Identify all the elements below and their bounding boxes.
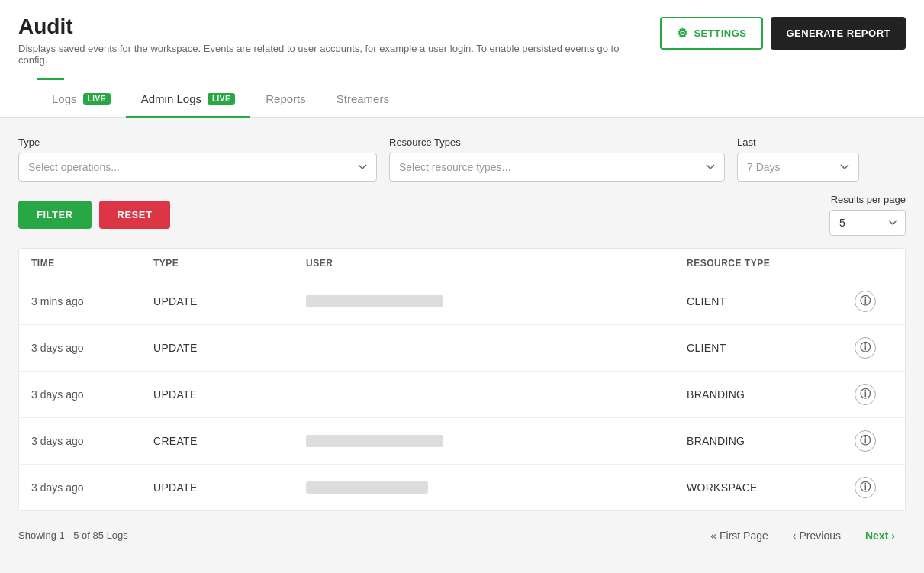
admin-logs-live-badge: LIVE (208, 93, 235, 105)
table-footer: Showing 1 - 5 of 85 Logs « First Page ‹ … (18, 511, 906, 548)
pagination: « First Page ‹ Previous Next › (700, 523, 906, 548)
tab-reports[interactable]: Reports (250, 80, 321, 118)
row5-user (306, 481, 687, 494)
tab-admin-logs-label: Admin Logs (141, 92, 201, 105)
table-row: 3 days ago UPDATE BRANDING ⓘ (19, 372, 905, 418)
col-actions (855, 258, 893, 269)
row4-resource: BRANDING (687, 435, 855, 447)
first-page-button[interactable]: « First Page (700, 523, 779, 548)
header-top: Audit Displays saved events for the work… (18, 14, 906, 78)
row3-info: ⓘ (855, 384, 893, 405)
col-type: TYPE (153, 258, 306, 269)
row3-time: 3 days ago (31, 388, 153, 401)
info-button[interactable]: ⓘ (855, 337, 876, 359)
row2-info: ⓘ (855, 337, 893, 359)
main-content: Type Select operations... Resource Types… (0, 118, 924, 566)
tabs-container: Logs LIVE Admin Logs LIVE Reports Stream… (18, 80, 906, 117)
user-placeholder (306, 435, 443, 447)
header: Audit Displays saved events for the work… (0, 0, 924, 118)
first-page-label: First Page (720, 530, 768, 542)
user-placeholder (306, 295, 443, 307)
row4-user (306, 435, 687, 447)
header-actions: ⚙ SETTINGS GENERATE REPORT (660, 17, 906, 50)
page-title: Audit (18, 14, 644, 40)
previous-label: Previous (800, 530, 841, 542)
row5-type: UPDATE (153, 481, 306, 494)
page-description: Displays saved events for the workspace.… (18, 43, 644, 66)
generate-report-button[interactable]: GENERATE REPORT (771, 17, 906, 50)
table-row: 3 days ago CREATE BRANDING ⓘ (19, 418, 905, 465)
row4-info: ⓘ (855, 430, 893, 452)
last-label: Last (737, 137, 859, 148)
showing-text: Showing 1 - 5 of 85 Logs (18, 530, 128, 541)
page-container: Audit Displays saved events for the work… (0, 0, 924, 573)
row1-resource: CLIENT (687, 295, 855, 307)
previous-button[interactable]: ‹ Previous (782, 523, 852, 548)
table-row: 3 days ago UPDATE CLIENT ⓘ (19, 325, 905, 372)
first-page-chevron: « (710, 530, 716, 542)
settings-label: SETTINGS (694, 27, 746, 39)
info-button[interactable]: ⓘ (855, 291, 876, 312)
row4-type: CREATE (153, 435, 306, 447)
row4-time: 3 days ago (31, 435, 153, 447)
filter-button[interactable]: FILTER (18, 201, 92, 229)
logs-live-badge: LIVE (83, 93, 111, 105)
col-time: TIME (31, 258, 153, 269)
previous-chevron: ‹ (793, 530, 797, 542)
rpp-label: Results per page (831, 194, 906, 205)
reset-button[interactable]: RESET (99, 201, 171, 229)
row5-info: ⓘ (855, 477, 893, 498)
results-per-page-group: Results per page 5 10 25 50 (829, 194, 906, 236)
settings-button[interactable]: ⚙ SETTINGS (660, 17, 764, 50)
next-button[interactable]: Next › (855, 523, 906, 548)
next-chevron: › (891, 530, 895, 542)
row5-time: 3 days ago (31, 481, 153, 494)
tab-streamers[interactable]: Streamers (321, 80, 404, 118)
info-button[interactable]: ⓘ (855, 477, 876, 498)
row2-resource: CLIENT (687, 342, 855, 354)
row1-type: UPDATE (153, 295, 306, 307)
table-row: 3 mins ago UPDATE CLIENT ⓘ (19, 278, 905, 325)
table-header: TIME TYPE USER RESOURCE TYPE (19, 249, 905, 278)
logs-table: TIME TYPE USER RESOURCE TYPE 3 mins ago … (18, 248, 906, 511)
resource-label: Resource Types (389, 137, 725, 148)
row1-user (306, 295, 687, 307)
generate-label: GENERATE REPORT (786, 27, 890, 39)
info-button[interactable]: ⓘ (855, 384, 876, 405)
tab-logs[interactable]: Logs LIVE (37, 80, 126, 118)
row1-info: ⓘ (855, 291, 893, 312)
col-user: USER (306, 258, 687, 269)
next-label: Next (865, 530, 888, 542)
type-filter-group: Type Select operations... (18, 137, 377, 182)
row2-time: 3 days ago (31, 342, 153, 354)
resource-select[interactable]: Select resource types... (389, 153, 725, 182)
gear-icon: ⚙ (677, 26, 688, 40)
type-label: Type (18, 137, 377, 148)
col-resource: RESOURCE TYPE (687, 258, 855, 269)
row3-type: UPDATE (153, 388, 306, 401)
rpp-select[interactable]: 5 10 25 50 (829, 210, 906, 236)
row5-resource: WORKSPACE (687, 481, 855, 494)
title-area: Audit Displays saved events for the work… (18, 14, 644, 66)
info-button[interactable]: ⓘ (855, 430, 876, 452)
tab-streamers-label: Streamers (336, 92, 389, 105)
tab-admin-logs[interactable]: Admin Logs LIVE (126, 80, 250, 118)
table-row: 3 days ago UPDATE WORKSPACE ⓘ (19, 465, 905, 510)
row1-time: 3 mins ago (31, 295, 153, 307)
last-filter-group: Last 7 Days 1 Day 30 Days 90 Days (737, 137, 859, 182)
row3-resource: BRANDING (687, 388, 855, 401)
filter-actions: FILTER RESET Results per page 5 10 25 50 (18, 194, 906, 236)
user-placeholder (306, 481, 428, 494)
resource-filter-group: Resource Types Select resource types... (389, 137, 725, 182)
row2-type: UPDATE (153, 342, 306, 354)
last-select[interactable]: 7 Days 1 Day 30 Days 90 Days (737, 153, 859, 182)
type-select[interactable]: Select operations... (18, 153, 377, 182)
filter-buttons: FILTER RESET (18, 201, 170, 229)
tab-logs-label: Logs (52, 92, 77, 105)
filters-row: Type Select operations... Resource Types… (18, 137, 906, 182)
tab-reports-label: Reports (266, 92, 306, 105)
